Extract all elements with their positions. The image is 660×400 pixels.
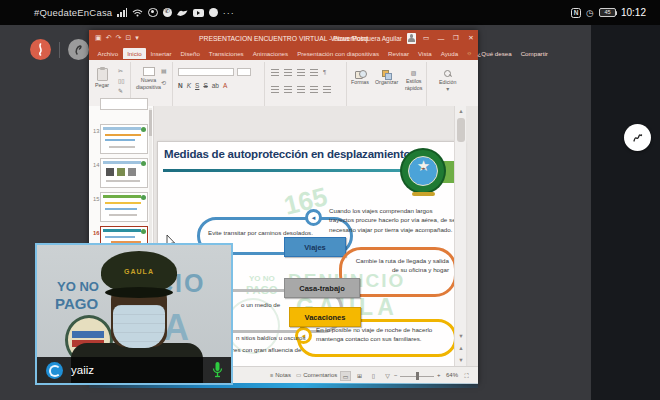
viajes-right-text: Cuando los viajes comprendan largos tray…	[329, 206, 459, 234]
cut-button[interactable]: ✂	[118, 68, 123, 75]
tab-animaciones[interactable]: Animaciones	[248, 48, 292, 59]
annotation-pen-button[interactable]	[30, 39, 51, 60]
thumbnail-partial[interactable]	[100, 98, 148, 110]
scroll-up-button[interactable]: ▲	[455, 106, 467, 117]
layout-button[interactable]: ▤	[161, 68, 167, 75]
undo-button[interactable]: ↶	[106, 34, 112, 42]
new-slide-button[interactable]: Nueva diapositiva	[136, 67, 161, 90]
next-slide-button[interactable]: ▼	[455, 355, 467, 366]
zoom-in-button[interactable]: +	[437, 372, 441, 378]
bullets-button[interactable]	[271, 69, 279, 76]
copy-button[interactable]: ▯▯	[118, 78, 125, 85]
underline-button[interactable]: S	[195, 82, 199, 89]
hashtag-text: #QuedateEnCasa	[34, 7, 112, 18]
tell-me-icon: ☼	[467, 50, 473, 56]
toolbar-divider	[59, 42, 60, 58]
comments-button[interactable]: ▭ Comentarios	[296, 372, 337, 378]
tab-revisar[interactable]: Revisar	[384, 48, 414, 59]
webcam-video-tile[interactable]: NCIO L A YO NO PAGO GAULA yaiiz	[35, 243, 233, 385]
bold-button[interactable]: N	[178, 82, 183, 89]
ribbon-options-button[interactable]: ▭	[421, 34, 431, 42]
participant-name-bar: yaiiz	[37, 357, 231, 383]
microphone-icon[interactable]	[212, 361, 223, 382]
editing-button[interactable]: Edición ▾	[439, 70, 456, 93]
slide-scrollbar[interactable]: ▲ ▼ ▲ ▼	[454, 106, 466, 366]
char-spacing-button[interactable]: ab	[212, 82, 219, 89]
thumbnail-slide-15[interactable]	[100, 192, 148, 222]
slide-number: 13	[93, 128, 99, 134]
reset-button[interactable]: ⟲	[161, 80, 166, 87]
vacaciones-fragment-1: n sitios baldíos u oscuros	[236, 333, 316, 342]
font-name-input[interactable]	[178, 68, 234, 76]
start-slideshow-button[interactable]: ⊡	[125, 34, 131, 42]
annotation-pointer-button[interactable]	[68, 39, 89, 60]
shapes-button[interactable]: Formas	[351, 70, 369, 85]
align-right-button[interactable]	[297, 86, 305, 93]
search-icon	[444, 70, 452, 78]
previous-slide-button[interactable]: ▲	[455, 343, 467, 354]
redo-button[interactable]: ↷	[116, 34, 122, 42]
participant-name: yaiiz	[71, 364, 94, 376]
justify-button[interactable]	[310, 86, 318, 93]
numbering-button[interactable]	[284, 69, 292, 76]
scrollbar-thumb[interactable]	[457, 118, 465, 142]
align-left-button[interactable]	[271, 86, 279, 93]
zoom-out-button[interactable]: −	[394, 372, 398, 378]
tab-presentacion[interactable]: Presentación con diapositivas	[293, 48, 384, 59]
zoom-slider-thumb[interactable]	[416, 372, 419, 380]
qat-dropdown[interactable]: ▾	[135, 34, 139, 42]
app-icon	[209, 8, 218, 17]
columns-button[interactable]	[323, 86, 331, 93]
scroll-down-button[interactable]: ▼	[455, 331, 467, 342]
minimize-button[interactable]: —	[436, 35, 446, 42]
ppt-title-bar: ▣ ↶ ↷ ⊡ ▾ PRESENTACION ENCUENTRO VIRTUAL…	[89, 30, 478, 46]
format-painter-button[interactable]: ✎	[118, 88, 123, 95]
close-button[interactable]: ✕	[466, 34, 476, 42]
fit-to-window-button[interactable]: ⛶	[461, 371, 472, 381]
font-color-button[interactable]: A	[223, 82, 227, 89]
tab-ayuda[interactable]: Ayuda	[436, 48, 462, 59]
casa-text: Cambie la ruta de llegada y salida de su…	[351, 256, 449, 275]
participant-avatar-icon	[46, 362, 63, 379]
normal-view-button[interactable]: ▭	[340, 371, 351, 381]
draw-tool-button[interactable]	[624, 124, 651, 151]
thumbnail-slide-14[interactable]	[100, 158, 148, 188]
annotation-toolbar	[30, 39, 89, 60]
shapes-icon	[355, 70, 365, 78]
save-button[interactable]: ▣	[95, 34, 102, 42]
tab-diseno[interactable]: Diseño	[176, 48, 204, 59]
tab-transiciones[interactable]: Transiciones	[204, 48, 248, 59]
line-spacing-button[interactable]	[310, 69, 318, 76]
arrange-button[interactable]: Organizar	[375, 70, 398, 85]
notes-icon: ≡	[270, 372, 273, 378]
slide-sorter-button[interactable]: ⊞	[354, 371, 365, 381]
restore-button[interactable]: ❐	[451, 34, 461, 42]
text-direction-button[interactable]: ¶	[323, 69, 326, 76]
phone-status-bar: #QuedateEnCasa ✆ ··· N ◷ 45 10:12	[0, 0, 660, 25]
share-button[interactable]: Compartir	[516, 48, 552, 59]
tab-vista[interactable]: Vista	[414, 48, 437, 59]
account-name[interactable]: Vaicus Mosquera Aguilar	[331, 35, 402, 42]
avatar[interactable]	[407, 33, 416, 44]
tab-archivo[interactable]: Archivo	[93, 48, 123, 59]
pointer-icon	[74, 44, 83, 56]
quick-styles-button[interactable]: ▨ Estilos rápidos	[405, 70, 422, 91]
zoom-level[interactable]: 64%	[446, 372, 458, 378]
tab-insertar[interactable]: Insertar	[146, 48, 176, 59]
notes-button[interactable]: ≡ Notas	[270, 372, 291, 378]
logo-bird: ⌁	[400, 164, 447, 173]
reading-view-button[interactable]: ▯	[368, 371, 379, 381]
strikethrough-button[interactable]: S	[203, 82, 207, 89]
slideshow-button[interactable]: ▽	[382, 371, 393, 381]
tell-me-box[interactable]: ¿Qué desea	[473, 48, 516, 59]
font-size-input[interactable]	[237, 68, 251, 76]
comments-icon: ▭	[296, 372, 301, 378]
align-center-button[interactable]	[284, 86, 292, 93]
paste-button[interactable]: Pegar	[95, 68, 109, 88]
indent-button[interactable]	[297, 69, 305, 76]
wall-text-yono: YO NO	[57, 280, 99, 294]
tab-inicio[interactable]: Inicio	[123, 48, 146, 59]
casa-label: Casa-trabajo	[284, 278, 360, 298]
thumbnail-slide-13[interactable]	[100, 124, 148, 154]
italic-button[interactable]: K	[187, 82, 191, 89]
